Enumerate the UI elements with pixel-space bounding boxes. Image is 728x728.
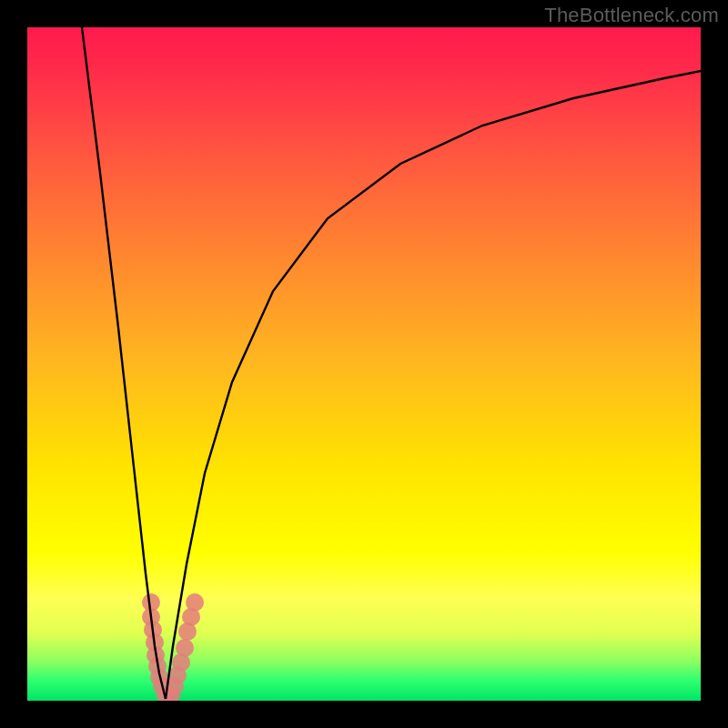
data-marker xyxy=(186,593,204,612)
curves-svg xyxy=(27,27,701,701)
curve-right-branch xyxy=(166,71,701,699)
watermark-text: TheBottleneck.com xyxy=(544,4,719,27)
data-marker xyxy=(176,639,194,657)
plot-area xyxy=(27,27,701,701)
chart-frame: TheBottleneck.com xyxy=(0,0,728,728)
